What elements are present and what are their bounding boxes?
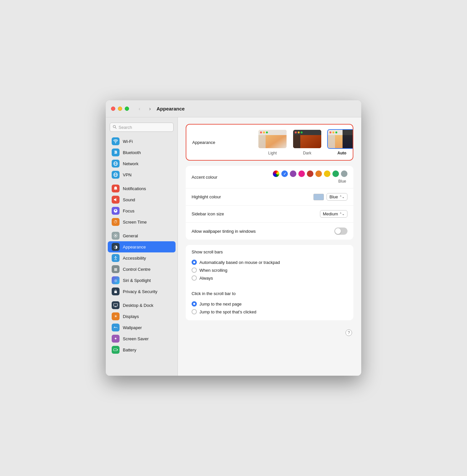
scroll-always-radio[interactable]: [192, 275, 197, 281]
auto-thumb: [327, 129, 353, 149]
svg-rect-41: [343, 130, 353, 135]
main-content: Appearance: [178, 117, 361, 376]
sidebar-item-wifi[interactable]: Wi-Fi: [108, 136, 176, 147]
accessibility-icon: [112, 254, 120, 262]
accent-multicolor[interactable]: [273, 170, 279, 177]
click-spot-clicked-radio[interactable]: [192, 309, 197, 314]
auto-label: Auto: [337, 151, 346, 155]
accent-orange[interactable]: [315, 170, 322, 177]
sidebar-item-controlcentre[interactable]: ▦ Control Centre: [108, 264, 176, 275]
highlight-colour-dropdown[interactable]: Blue ⌃⌄: [327, 193, 347, 201]
sidebar-item-screensaver[interactable]: ✦ Screen Saver: [108, 333, 176, 344]
sidebar-icon-size-row: Sidebar icon size Medium ⌃⌄: [186, 206, 353, 223]
help-button[interactable]: ?: [346, 329, 352, 336]
click-next-page-radio[interactable]: [192, 301, 197, 307]
highlight-colour-control: Blue ⌃⌄: [313, 193, 347, 201]
svg-rect-35: [293, 135, 300, 149]
scroll-auto-radio[interactable]: [192, 260, 197, 265]
search-box[interactable]: Search: [110, 123, 174, 132]
svg-point-25: [263, 131, 265, 133]
general-icon: [112, 232, 120, 240]
chevron-up-down-icon: ⌃⌄: [339, 195, 345, 199]
displays-icon: ☀: [112, 312, 120, 320]
colors-card: Accent colour: [186, 166, 353, 240]
navigation-buttons: ‹ ›: [136, 105, 154, 113]
svg-rect-17: [114, 349, 116, 350]
scroll-always-label: Always: [199, 276, 213, 281]
accent-purple[interactable]: [290, 170, 296, 177]
click-spot-clicked-option[interactable]: Jump to the spot that's clicked: [192, 308, 347, 316]
accent-graphite[interactable]: [341, 170, 347, 177]
highlight-colour-label: Highlight colour: [192, 194, 257, 199]
accent-pink[interactable]: [298, 170, 305, 177]
close-button[interactable]: [111, 107, 115, 111]
svg-point-34: [301, 131, 303, 133]
click-next-page-option[interactable]: Jump to the next page: [192, 300, 347, 308]
notifications-icon: [112, 185, 120, 192]
sidebar-item-label: Bluetooth: [123, 150, 141, 155]
minimize-button[interactable]: [118, 107, 122, 111]
svg-rect-11: [114, 304, 118, 306]
appearance-options: Light: [258, 129, 353, 155]
accent-yellow[interactable]: [324, 170, 330, 177]
sidebar-item-privacy[interactable]: Privacy & Security: [108, 286, 176, 297]
wifi-icon: [112, 137, 120, 145]
appearance-option-light[interactable]: Light: [258, 129, 287, 155]
accent-colour-label: Accent colour: [192, 175, 257, 180]
sidebar-item-general[interactable]: General: [108, 230, 176, 241]
fullscreen-button[interactable]: [125, 107, 129, 111]
accent-red[interactable]: [307, 170, 313, 177]
wallpaper-tinting-toggle[interactable]: [334, 228, 347, 235]
siri-icon: ◎: [112, 276, 120, 284]
light-label: Light: [268, 151, 277, 155]
accent-colors-group: Blue: [273, 170, 347, 184]
scroll-auto-label: Automatically based on mouse or trackpad: [199, 260, 280, 265]
sidebar-item-bluetooth[interactable]: 𝐁 Bluetooth: [108, 147, 176, 158]
bluetooth-icon: 𝐁: [112, 149, 120, 156]
sidebar-item-label: Accessibility: [123, 256, 146, 261]
window-title: Appearance: [157, 106, 185, 111]
search-icon: [113, 125, 117, 130]
scroll-auto-option[interactable]: Automatically based on mouse or trackpad: [192, 258, 347, 266]
accent-blue[interactable]: [281, 170, 288, 177]
scroll-scrolling-radio[interactable]: [192, 268, 197, 273]
appearance-label: Appearance: [192, 140, 258, 145]
privacy-icon: [112, 288, 120, 295]
sidebar-item-focus[interactable]: Focus: [108, 205, 176, 216]
appearance-option-auto[interactable]: Auto: [327, 129, 353, 155]
search-container: Search: [106, 120, 177, 136]
sidebar-item-siri[interactable]: ◎ Siri & Spotlight: [108, 275, 176, 286]
screensaver-icon: ✦: [112, 335, 120, 343]
content-area: Search Wi-Fi 𝐁 Bluetooth Network: [106, 117, 361, 376]
sidebar-item-screentime[interactable]: ⏱ Screen Time: [108, 216, 176, 228]
sidebar-item-label: Control Centre: [123, 267, 151, 272]
click-scroll-radio-group: Jump to the next page Jump to the spot t…: [186, 299, 353, 320]
svg-point-9: [115, 256, 116, 257]
svg-rect-27: [258, 135, 266, 149]
sidebar-item-appearance[interactable]: ◑ Appearance: [108, 241, 176, 252]
titlebar: ‹ › Appearance: [106, 100, 361, 117]
sidebar-item-displays[interactable]: ☀ Displays: [108, 311, 176, 322]
sidebar-item-battery[interactable]: Battery: [108, 344, 176, 355]
sidebar-item-network[interactable]: Network: [108, 158, 176, 169]
back-button[interactable]: ‹: [136, 105, 143, 113]
sidebar-item-notifications[interactable]: Notifications: [108, 183, 176, 194]
sidebar-item-label: Siri & Spotlight: [123, 278, 151, 283]
appearance-option-dark[interactable]: Dark: [292, 129, 322, 155]
sidebar-item-sound[interactable]: Sound: [108, 194, 176, 205]
dark-thumb: [292, 129, 322, 149]
sidebar-item-desktop[interactable]: Desktop & Dock: [108, 300, 176, 311]
scroll-scrolling-option[interactable]: When scrolling: [192, 266, 347, 274]
accent-green[interactable]: [332, 170, 339, 177]
sidebar-item-accessibility[interactable]: Accessibility: [108, 252, 176, 264]
forward-button[interactable]: ›: [146, 105, 154, 113]
svg-point-33: [298, 131, 300, 133]
sidebar-item-label: Wallpaper: [123, 325, 142, 330]
sidebar-item-wallpaper[interactable]: Wallpaper: [108, 322, 176, 333]
sidebar-item-vpn[interactable]: VPN: [108, 169, 176, 180]
sidebar-icon-size-dropdown[interactable]: Medium ⌃⌄: [320, 210, 347, 218]
settings-window: ‹ › Appearance Search: [106, 100, 361, 376]
traffic-lights: [111, 107, 129, 111]
sidebar-item-label: Screen Saver: [123, 336, 149, 341]
scroll-always-option[interactable]: Always: [192, 274, 347, 282]
